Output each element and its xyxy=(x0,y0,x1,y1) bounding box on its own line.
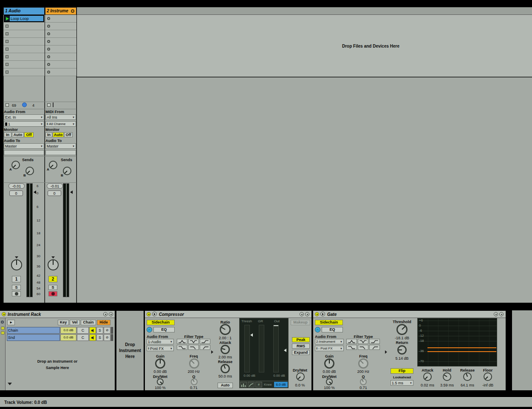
track2-volume-field[interactable]: -0.01 xyxy=(47,183,63,189)
rack-power-icon[interactable] xyxy=(2,312,6,316)
gate-hold-knob[interactable] xyxy=(443,372,451,381)
rack-key-button[interactable]: Key xyxy=(58,320,69,325)
gate-return-knob[interactable] xyxy=(397,345,407,355)
gate-listen-headphone-icon[interactable]: ∩ xyxy=(315,327,320,332)
gate-threshold-line[interactable] xyxy=(427,347,496,348)
knee-value-field[interactable]: 6.0 dB xyxy=(274,382,288,387)
compressor-rms-button[interactable]: RMS xyxy=(292,344,310,349)
collapsed-view-button[interactable]: # xyxy=(255,382,262,387)
compressor-release-knob[interactable] xyxy=(221,364,230,373)
track2-input-channel-select[interactable]: ‖ All Channe ▼ xyxy=(45,121,76,127)
track2-send-a-knob[interactable] xyxy=(49,161,57,169)
gate-audio-from-select[interactable]: 2-Instrument ▼ xyxy=(315,339,344,344)
compressor-out-drywet-knob[interactable] xyxy=(296,372,305,381)
compressor-listen-headphone-icon[interactable]: ∩ xyxy=(147,327,152,332)
clip-loop[interactable]: Loop Loop xyxy=(4,15,44,22)
compressor-audio-from-select[interactable]: 1-Audio ▼ xyxy=(147,339,174,344)
clip-slot[interactable] xyxy=(3,30,45,38)
chain-activator-speaker-icon[interactable] xyxy=(89,327,96,334)
compressor-hot-swap-icon[interactable] xyxy=(300,312,304,316)
compressor-drywet-knob[interactable] xyxy=(157,378,164,385)
gate-return-line[interactable] xyxy=(427,351,496,352)
clip-slot[interactable] xyxy=(45,45,76,53)
rack-save-preset-icon[interactable] xyxy=(109,312,113,316)
track2-monitor-off-button[interactable]: Off xyxy=(64,132,73,137)
chain-hot-swap-icon[interactable]: ⊘ xyxy=(104,327,110,334)
track1-volume-field[interactable]: -0.01 xyxy=(8,183,25,189)
clip-slot[interactable] xyxy=(3,68,45,76)
filter-notch-button[interactable] xyxy=(358,339,368,344)
gate-floor-knob[interactable] xyxy=(484,372,492,381)
chain-pan-field[interactable]: C xyxy=(77,327,89,334)
clip-slot[interactable] xyxy=(45,38,76,45)
gate-power-icon[interactable] xyxy=(315,312,319,316)
filter-notch-button[interactable] xyxy=(188,339,199,344)
track2-pan-field[interactable]: 0 xyxy=(48,190,61,196)
threshold-handle-icon[interactable] xyxy=(250,333,253,337)
filter-bell-button[interactable] xyxy=(177,339,187,344)
track1-input-channel-select[interactable]: 1 ▼ xyxy=(4,121,44,127)
clip-slot[interactable] xyxy=(3,53,45,61)
compressor-sidechain-button[interactable]: Sidechain xyxy=(147,320,175,325)
compressor-preview-icon[interactable] xyxy=(152,312,157,316)
chain-volume-field[interactable]: 0.0 dB xyxy=(60,334,76,341)
track1-send-b-knob[interactable] xyxy=(25,167,34,175)
clip-slot[interactable] xyxy=(3,45,45,53)
track1-solo-button[interactable]: S xyxy=(12,285,21,290)
gate-eq-button[interactable]: EQ xyxy=(322,327,343,332)
track1-monitor-off-button[interactable]: Off xyxy=(24,132,34,137)
compressor-tap-point-select[interactable]: ‖ Post FX ▼ xyxy=(147,346,174,351)
track-header-2[interactable]: 2 Instrume xyxy=(45,7,76,15)
track2-pan-knob[interactable] xyxy=(48,259,59,270)
chain-activator-speaker-icon[interactable] xyxy=(89,334,96,341)
rack-chain-row[interactable]: Snd 0.0 dB C S ⊘ xyxy=(7,334,113,341)
filter-lowshelf-button[interactable] xyxy=(177,345,187,350)
clip-slot[interactable] xyxy=(3,23,45,30)
rack-fold-button[interactable]: ▶ xyxy=(7,320,15,325)
filter-lowpass-button[interactable] xyxy=(358,345,368,350)
track2-output-select[interactable]: Master ▼ xyxy=(45,143,76,149)
compressor-thresh-value[interactable]: 0.00 dB xyxy=(240,374,259,378)
track1-send-a-knob[interactable] xyxy=(11,161,20,169)
track2-arm-button[interactable] xyxy=(48,291,57,296)
track2-solo-button[interactable]: S xyxy=(48,285,57,290)
track1-arm-button[interactable] xyxy=(12,291,21,296)
compressor-eq-button[interactable]: EQ xyxy=(153,327,175,332)
track2-input-type-select[interactable]: All Ins ▼ xyxy=(45,114,76,120)
track1-activator-button[interactable]: 1 xyxy=(12,276,21,282)
gate-q-knob[interactable] xyxy=(360,378,367,385)
chain-solo-button[interactable]: S xyxy=(96,327,103,334)
gate-tap-point-select[interactable]: ‖ - Post FX ▼ xyxy=(315,346,344,351)
chain-name[interactable]: Chain xyxy=(7,327,60,334)
clip-slot[interactable] xyxy=(45,61,76,68)
compressor-expand-button[interactable]: Expand xyxy=(292,350,310,355)
chain-volume-field[interactable]: 0.0 dB xyxy=(60,327,76,334)
chain-solo-button[interactable]: S xyxy=(96,334,103,341)
track1-output-select[interactable]: Master ▼ xyxy=(4,143,44,149)
gate-gain-knob[interactable] xyxy=(324,358,334,369)
track2-monitor-auto-button[interactable]: Auto xyxy=(53,132,64,137)
compressor-peak-button[interactable]: Peak xyxy=(292,337,310,342)
rack-unfold-icon[interactable] xyxy=(8,383,12,385)
chain-pan-field[interactable]: C xyxy=(77,334,89,341)
filter-bell-button[interactable] xyxy=(346,339,357,344)
clip-play-icon[interactable] xyxy=(5,16,10,21)
filter-highshelf-button[interactable] xyxy=(369,339,380,344)
filter-lowpass-button[interactable] xyxy=(188,345,199,350)
filter-lowshelf-button[interactable] xyxy=(346,345,357,350)
gate-title-bar[interactable] xyxy=(313,311,506,318)
rack-hide-button[interactable]: Hide xyxy=(97,320,110,325)
clip-slot[interactable] xyxy=(45,53,76,61)
track1-fader-handle-icon[interactable] xyxy=(34,190,36,194)
compressor-q-knob[interactable] xyxy=(191,378,198,385)
gate-release-knob[interactable] xyxy=(463,372,472,381)
track1-pan-field[interactable]: 0 xyxy=(9,190,23,196)
gate-attack-knob[interactable] xyxy=(423,372,432,381)
gate-save-preset-icon[interactable] xyxy=(499,312,504,316)
gate-preview-icon[interactable] xyxy=(320,312,325,316)
chain-hot-swap-icon[interactable]: ⊘ xyxy=(104,334,110,341)
track1-monitor-in-button[interactable]: In xyxy=(4,132,11,137)
track2-fader-handle-icon[interactable] xyxy=(70,190,73,194)
compressor-attack-knob[interactable] xyxy=(221,345,230,354)
rack-hot-swap-icon[interactable] xyxy=(103,312,108,316)
